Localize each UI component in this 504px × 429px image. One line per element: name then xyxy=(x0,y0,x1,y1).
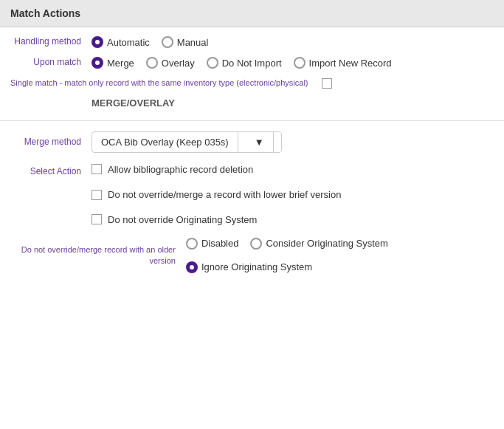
handling-method-row: Handling method Automatic Manual xyxy=(10,36,494,48)
merge-method-select[interactable]: OCA Bib Overlay (Keep 035s) ▼ xyxy=(92,131,282,153)
radio-consider-originating-label: Consider Originating System xyxy=(266,238,387,249)
merge-method-arrow[interactable]: ▼ xyxy=(238,132,281,152)
single-match-label: Single match - match only record with th… xyxy=(10,78,319,88)
radio-disabled-indicator[interactable] xyxy=(186,238,198,250)
checkboxes-container: Allow bibliographic record deletion Do n… xyxy=(92,163,341,227)
checkbox-no-override-originating-row: Do not override Originating System xyxy=(92,213,341,227)
radio-do-not-import[interactable]: Do Not Import xyxy=(207,57,282,69)
checkbox-allow-deletion-row: Allow bibliographic record deletion xyxy=(92,163,341,176)
radio-merge-indicator[interactable] xyxy=(92,57,103,69)
radio-consider-originating[interactable]: Consider Originating System xyxy=(250,238,387,250)
radio-manual-label: Manual xyxy=(177,37,209,48)
radio-automatic[interactable]: Automatic xyxy=(92,36,150,48)
dropdown-arrow-icon: ▼ xyxy=(246,132,274,152)
upon-match-label: Upon match xyxy=(10,57,92,69)
section-title: Match Actions xyxy=(10,7,80,19)
allow-deletion-label: Allow bibliographic record deletion xyxy=(108,163,253,176)
single-match-row: Single match - match only record with th… xyxy=(10,78,494,89)
radio-consider-originating-indicator[interactable] xyxy=(250,238,262,250)
checkbox-no-override-lower-row: Do not override/merge a record with lowe… xyxy=(92,188,341,202)
radio-manual[interactable]: Manual xyxy=(162,36,209,48)
no-override-originating-label: Do not override Originating System xyxy=(108,213,257,227)
handling-method-options: Automatic Manual xyxy=(92,36,208,48)
radio-merge-label: Merge xyxy=(107,58,134,69)
radio-overlay-indicator[interactable] xyxy=(146,57,158,69)
single-match-checkbox[interactable] xyxy=(322,78,332,89)
radio-ignore-originating-label: Ignore Originating System xyxy=(201,261,312,272)
radio-import-new-label: Import New Record xyxy=(309,58,392,69)
radio-disabled[interactable]: Disabled xyxy=(186,238,239,250)
radio-do-not-import-indicator[interactable] xyxy=(207,57,218,69)
radio-do-not-import-label: Do Not Import xyxy=(222,58,282,69)
radio-merge[interactable]: Merge xyxy=(92,57,134,69)
merge-overlay-label: MERGE/OVERLAY xyxy=(92,97,494,109)
no-override-lower-checkbox[interactable] xyxy=(92,190,102,200)
handling-method-label: Handling method xyxy=(10,36,92,48)
merge-method-row: Merge method OCA Bib Overlay (Keep 035s)… xyxy=(10,131,494,153)
top-section: Handling method Automatic Manual Upon ma… xyxy=(0,27,504,121)
radio-disabled-label: Disabled xyxy=(201,238,239,249)
no-override-originating-checkbox[interactable] xyxy=(92,214,102,224)
radio-import-new[interactable]: Import New Record xyxy=(294,57,392,69)
radio-automatic-label: Automatic xyxy=(107,37,150,48)
radio-overlay-label: Overlay xyxy=(162,58,195,69)
radio-manual-indicator[interactable] xyxy=(162,36,173,48)
do-not-override-options: Disabled Consider Originating System Ign… xyxy=(186,238,494,273)
do-not-override-row: Do not override/merge record with an old… xyxy=(10,238,494,273)
do-not-override-label: Do not override/merge record with an old… xyxy=(10,244,186,266)
radio-overlay[interactable]: Overlay xyxy=(146,57,195,69)
section-header: Match Actions xyxy=(0,0,504,27)
upon-match-row: Upon match Merge Overlay Do Not Import I… xyxy=(10,57,494,69)
radio-ignore-originating-indicator[interactable] xyxy=(186,261,198,273)
upon-match-options: Merge Overlay Do Not Import Import New R… xyxy=(92,57,392,69)
radio-automatic-indicator[interactable] xyxy=(92,36,103,48)
radio-ignore-originating[interactable]: Ignore Originating System xyxy=(186,261,312,273)
select-action-row: Select Action Allow bibliographic record… xyxy=(10,163,494,227)
merge-method-label: Merge method xyxy=(10,137,92,148)
bottom-section: Merge method OCA Bib Overlay (Keep 035s)… xyxy=(0,121,504,284)
merge-method-value: OCA Bib Overlay (Keep 035s) xyxy=(92,132,238,152)
radio-import-new-indicator[interactable] xyxy=(294,57,305,69)
no-override-lower-label: Do not override/merge a record with lowe… xyxy=(108,188,341,202)
allow-deletion-checkbox[interactable] xyxy=(92,164,102,174)
select-action-label: Select Action xyxy=(10,163,92,176)
